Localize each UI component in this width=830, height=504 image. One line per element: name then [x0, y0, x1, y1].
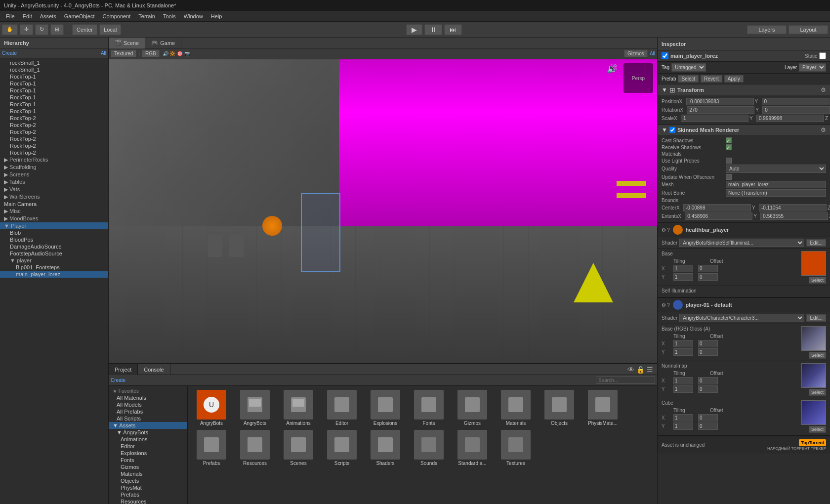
- offset-y-input[interactable]: [698, 273, 718, 281]
- tab-scene[interactable]: 🎬 Scene: [109, 38, 145, 48]
- list-item[interactable]: ▶ Scaffolding: [0, 164, 108, 171]
- list-item[interactable]: RockTop-1: [0, 94, 108, 101]
- proj-animations[interactable]: Animations: [109, 436, 187, 443]
- rot-y-input[interactable]: [762, 106, 830, 114]
- asset-textures[interactable]: Textures: [496, 430, 536, 466]
- list-item[interactable]: Bip001_Footsteps: [0, 264, 108, 271]
- base-tiling-y[interactable]: [673, 348, 693, 356]
- menu-file[interactable]: File: [2, 12, 19, 20]
- skinned-mesh-enabled[interactable]: [669, 127, 675, 133]
- rot-x-input[interactable]: [687, 106, 754, 114]
- lock-icon[interactable]: 🔒: [636, 366, 645, 374]
- tool-rotate[interactable]: ↻: [35, 24, 48, 35]
- select-btn[interactable]: Select: [809, 277, 826, 284]
- proj-all-materials[interactable]: All Materials: [109, 394, 187, 401]
- hierarchy-all[interactable]: All: [101, 50, 106, 56]
- proj-fonts[interactable]: Fonts: [109, 457, 187, 463]
- proj-materials[interactable]: Materials: [109, 470, 187, 477]
- space-btn[interactable]: Local: [99, 24, 121, 35]
- list-item[interactable]: ▶ PerimeterRocks: [0, 156, 108, 164]
- tiling-y-input[interactable]: [673, 273, 693, 281]
- center-y-input[interactable]: [759, 204, 827, 211]
- list-item[interactable]: ▶ Misc: [0, 208, 108, 215]
- mesh-input[interactable]: [726, 181, 826, 188]
- list-item[interactable]: ▶ WallScreens: [0, 193, 108, 201]
- cube-thumb[interactable]: [801, 400, 826, 425]
- list-item[interactable]: RockTop-1: [0, 101, 108, 108]
- tool-scale[interactable]: ⊞: [50, 24, 64, 35]
- menu-icon[interactable]: ☰: [647, 366, 653, 374]
- base-select-btn[interactable]: Select: [809, 352, 826, 359]
- apply-button[interactable]: Apply: [724, 75, 744, 83]
- list-item[interactable]: RockTop-2: [0, 149, 108, 156]
- transform-settings-icon[interactable]: ⚙: [821, 86, 826, 93]
- color-swatch[interactable]: [801, 251, 826, 276]
- list-item[interactable]: RockTop-1: [0, 80, 108, 87]
- menu-tools[interactable]: Tools: [159, 12, 180, 20]
- lock-icon[interactable]: ?: [667, 227, 670, 233]
- list-item[interactable]: Blob: [0, 229, 108, 236]
- list-item[interactable]: ▼ player: [0, 257, 108, 264]
- offset-x-input[interactable]: [698, 265, 718, 272]
- list-item[interactable]: rockSmall_1: [0, 59, 108, 66]
- static-checkbox[interactable]: [819, 52, 826, 59]
- normalmap-select-btn[interactable]: Select: [809, 389, 826, 396]
- asset-materials[interactable]: Materials: [496, 390, 536, 426]
- list-item[interactable]: RockTop-2: [0, 115, 108, 122]
- settings-icon[interactable]: ⚙: [662, 227, 666, 233]
- asset-animations[interactable]: Animations: [279, 390, 318, 426]
- step-button[interactable]: ⏭: [444, 24, 462, 35]
- asset-angrybots-special[interactable]: U AngryBots: [192, 390, 231, 426]
- scale-x-input[interactable]: [681, 115, 748, 122]
- eye-icon[interactable]: 👁: [627, 366, 634, 374]
- list-item[interactable]: RockTop-2: [0, 128, 108, 135]
- menu-window[interactable]: Window: [180, 12, 207, 20]
- scale-y-input[interactable]: [756, 115, 824, 122]
- layout-button[interactable]: Layout: [788, 25, 828, 34]
- norm-tiling-y[interactable]: [673, 385, 693, 393]
- norm-offset-x[interactable]: [698, 377, 718, 384]
- menu-assets[interactable]: Assets: [36, 12, 60, 20]
- asset-fonts[interactable]: Fonts: [409, 390, 449, 426]
- scene-view[interactable]: Persp 🔊: [109, 59, 657, 363]
- list-item[interactable]: DamageAudioSource: [0, 243, 108, 250]
- cube-offset-y[interactable]: [698, 422, 718, 430]
- transform-header[interactable]: ▼ ⊞ Transform ⚙: [658, 84, 830, 95]
- player-shader-select[interactable]: AngryBots/Character/Character3...: [679, 314, 804, 322]
- receive-shadows-checkbox[interactable]: ✓: [726, 144, 732, 150]
- quality-select[interactable]: Auto: [726, 165, 826, 173]
- use-light-probes-checkbox[interactable]: [726, 158, 732, 164]
- proj-all-prefabs[interactable]: All Prefabs: [109, 408, 187, 415]
- norm-tiling-x[interactable]: [673, 377, 693, 384]
- list-item[interactable]: ▶ MoodBoxes: [0, 215, 108, 222]
- asset-explosions[interactable]: Explosions: [366, 390, 405, 426]
- list-item[interactable]: RockTop-1: [0, 87, 108, 94]
- project-create[interactable]: Create: [111, 378, 125, 383]
- list-item[interactable]: ▶ Screens: [0, 171, 108, 178]
- asset-angrybots[interactable]: AngryBots: [235, 390, 275, 426]
- proj-assets-label[interactable]: ▼ Assets: [109, 422, 187, 429]
- asset-editor[interactable]: Editor: [322, 390, 362, 426]
- asset-standard-assets[interactable]: Standard a...: [453, 430, 492, 466]
- list-item[interactable]: RockTop-2: [0, 135, 108, 142]
- tiling-x-input[interactable]: [673, 265, 693, 272]
- proj-physmat[interactable]: PhysMat: [109, 484, 187, 491]
- list-item[interactable]: Main Camera: [0, 201, 108, 208]
- pause-button[interactable]: ⏸: [424, 24, 442, 35]
- tab-game[interactable]: 🎮 Game: [145, 38, 181, 48]
- proj-angrybots[interactable]: ▼ AngryBots: [109, 429, 187, 436]
- list-item[interactable]: RockTop-2: [0, 122, 108, 128]
- menu-gameobject[interactable]: GameObject: [60, 12, 99, 20]
- list-item[interactable]: RockTop-1: [0, 108, 108, 115]
- healthbar-header[interactable]: ⚙ ? healthbar_player: [658, 223, 830, 237]
- base-offset-x[interactable]: [698, 340, 718, 347]
- cast-shadows-checkbox[interactable]: ✓: [726, 137, 732, 143]
- proj-gizmos[interactable]: Gizmos: [109, 463, 187, 470]
- scene-gizmo[interactable]: Persp: [623, 63, 653, 93]
- edit-button[interactable]: Edit...: [806, 239, 826, 247]
- proj-objects[interactable]: Objects: [109, 477, 187, 484]
- cube-tiling-y[interactable]: [673, 422, 693, 430]
- layer-select[interactable]: Player: [799, 63, 826, 72]
- proj-explosions[interactable]: Explosions: [109, 450, 187, 457]
- extents-y-input[interactable]: [760, 212, 828, 220]
